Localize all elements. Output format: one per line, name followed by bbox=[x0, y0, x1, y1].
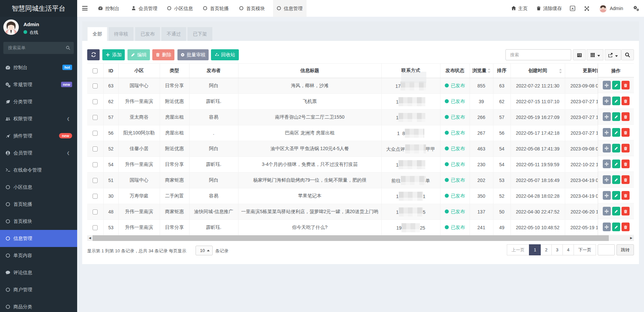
svg-text:A: A bbox=[571, 7, 574, 10]
